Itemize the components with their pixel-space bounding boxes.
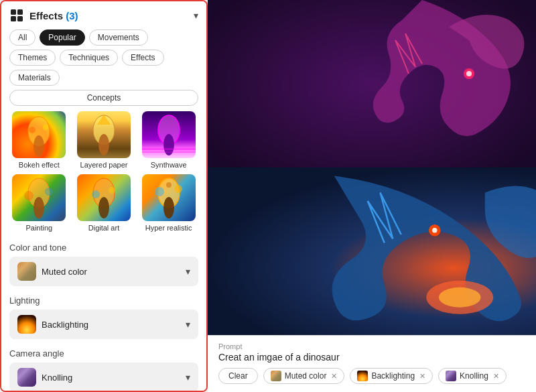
- camera-angle-label: Camera angle: [9, 348, 198, 358]
- effect-painting-thumb: [12, 174, 66, 221]
- svg-rect-0: [11, 9, 16, 15]
- svg-point-17: [24, 191, 34, 200]
- tag-backlight-label: Backlighting: [371, 371, 415, 381]
- effect-layered-label: Layered paper: [80, 161, 128, 169]
- effects-grid: Bokeh effect Layered paper: [9, 111, 198, 232]
- prompt-label: Prompt: [218, 342, 525, 350]
- camera-angle-thumb: [17, 368, 36, 387]
- svg-point-9: [98, 134, 109, 155]
- svg-rect-14: [142, 151, 196, 153]
- effect-hyper-label: Hyper realistic: [145, 224, 192, 232]
- effect-digital-thumb: [77, 174, 131, 221]
- svg-rect-13: [142, 148, 196, 150]
- prompt-tags: Clear Muted color ✕ Backlighting ✕ Knoll…: [218, 368, 525, 384]
- tag-knolling-remove[interactable]: ✕: [493, 372, 499, 381]
- panel-collapse-chevron[interactable]: ▾: [194, 10, 198, 21]
- svg-point-27: [166, 182, 172, 188]
- effects-panel: Effects (3) ▾ All Popular Movements Them…: [0, 0, 208, 392]
- camera-angle-chevron: ▾: [186, 372, 190, 383]
- camera-angle-dropdown[interactable]: Knolling ▾: [9, 363, 198, 392]
- tag-muted-label: Muted color: [285, 371, 327, 381]
- filter-concepts[interactable]: Concepts: [9, 90, 198, 106]
- effects-title: Effects (3): [29, 10, 78, 21]
- effect-painting-label: Painting: [25, 224, 52, 232]
- tag-backlight-icon: [357, 371, 368, 381]
- svg-point-18: [45, 188, 53, 196]
- filter-all[interactable]: All: [9, 29, 36, 46]
- color-tone-chevron: ▾: [186, 266, 190, 277]
- effect-digital-label: Digital art: [88, 224, 119, 232]
- filter-techniques[interactable]: Techniques: [60, 50, 118, 66]
- tag-muted-remove[interactable]: ✕: [331, 372, 337, 381]
- grid-icon: [9, 8, 24, 23]
- color-tone-dropdown[interactable]: Muted color ▾: [9, 257, 198, 286]
- svg-point-20: [98, 197, 109, 218]
- effect-bokeh-thumb: [12, 111, 66, 158]
- filter-materials[interactable]: Materials: [9, 70, 60, 86]
- lighting-value: Backlighting: [42, 320, 180, 330]
- tag-knolling[interactable]: Knolling ✕: [438, 368, 507, 384]
- image-panels: [208, 0, 536, 335]
- camera-angle-section: Camera angle Knolling ▾: [9, 348, 198, 392]
- lighting-section: Lighting Backlighting ▾: [9, 296, 198, 339]
- dragon-bottom-svg: [208, 168, 536, 335]
- panel-header-left: Effects (3): [9, 8, 78, 23]
- svg-rect-1: [17, 9, 23, 15]
- image-bottom: [208, 168, 536, 335]
- filter-buttons: All Popular Movements Themes Techniques …: [9, 29, 198, 106]
- svg-point-33: [439, 287, 481, 308]
- dragon-top-svg: [208, 0, 536, 168]
- tag-muted-icon: [271, 371, 281, 381]
- camera-angle-value: Knolling: [42, 373, 180, 383]
- effect-bokeh[interactable]: Bokeh effect: [9, 111, 69, 169]
- filter-movements[interactable]: Movements: [89, 29, 148, 46]
- tag-knolling-icon: [446, 371, 456, 381]
- svg-point-35: [432, 228, 438, 233]
- lighting-thumb: [17, 315, 36, 334]
- clear-button[interactable]: Clear: [218, 368, 258, 384]
- effect-painting[interactable]: Painting: [9, 174, 69, 232]
- svg-point-6: [29, 127, 36, 133]
- tag-muted-color[interactable]: Muted color ✕: [263, 368, 345, 384]
- svg-point-24: [163, 197, 174, 218]
- effect-synthwave[interactable]: Synthwave: [139, 111, 198, 169]
- svg-point-5: [34, 135, 44, 157]
- svg-point-30: [466, 71, 472, 76]
- effect-hyper[interactable]: Hyper realistic: [139, 174, 198, 232]
- effect-bokeh-label: Bokeh effect: [19, 161, 60, 169]
- image-top: [208, 0, 536, 168]
- effects-title-text: Effects: [29, 10, 63, 21]
- tag-backlighting[interactable]: Backlighting ✕: [350, 368, 433, 384]
- tag-backlight-remove[interactable]: ✕: [419, 372, 425, 381]
- effects-count: (3): [66, 10, 78, 21]
- panel-header: Effects (3) ▾: [9, 8, 198, 23]
- prompt-bar: Prompt Creat an imgae of a dinosaur Clea…: [208, 335, 536, 392]
- color-tone-value: Muted color: [42, 267, 180, 277]
- svg-point-7: [43, 125, 48, 130]
- prompt-text: Creat an imgae of a dinosaur: [218, 352, 525, 363]
- color-tone-section: Color and tone Muted color ▾: [9, 243, 198, 286]
- filter-effects[interactable]: Effects: [122, 50, 163, 66]
- effect-layered[interactable]: Layered paper: [74, 111, 134, 169]
- svg-point-25: [155, 187, 164, 196]
- color-tone-label: Color and tone: [9, 243, 198, 253]
- effect-layered-thumb: [77, 111, 131, 158]
- color-tone-thumb: [17, 262, 36, 281]
- svg-rect-2: [11, 16, 16, 21]
- svg-point-16: [34, 197, 44, 218]
- lighting-label: Lighting: [9, 296, 198, 306]
- svg-point-21: [92, 190, 100, 198]
- effect-synthwave-label: Synthwave: [151, 161, 187, 169]
- filter-themes[interactable]: Themes: [9, 50, 56, 66]
- effect-synthwave-thumb: [142, 111, 196, 158]
- lighting-dropdown[interactable]: Backlighting ▾: [9, 310, 198, 339]
- effect-hyper-thumb: [142, 174, 196, 221]
- tag-knolling-label: Knolling: [460, 371, 488, 381]
- svg-rect-3: [17, 16, 23, 21]
- effect-digital[interactable]: Digital art: [74, 174, 134, 232]
- filter-popular[interactable]: Popular: [40, 29, 84, 46]
- svg-point-26: [174, 185, 182, 193]
- right-area: Prompt Creat an imgae of a dinosaur Clea…: [208, 0, 536, 392]
- svg-point-22: [109, 187, 115, 194]
- lighting-chevron: ▾: [186, 319, 190, 330]
